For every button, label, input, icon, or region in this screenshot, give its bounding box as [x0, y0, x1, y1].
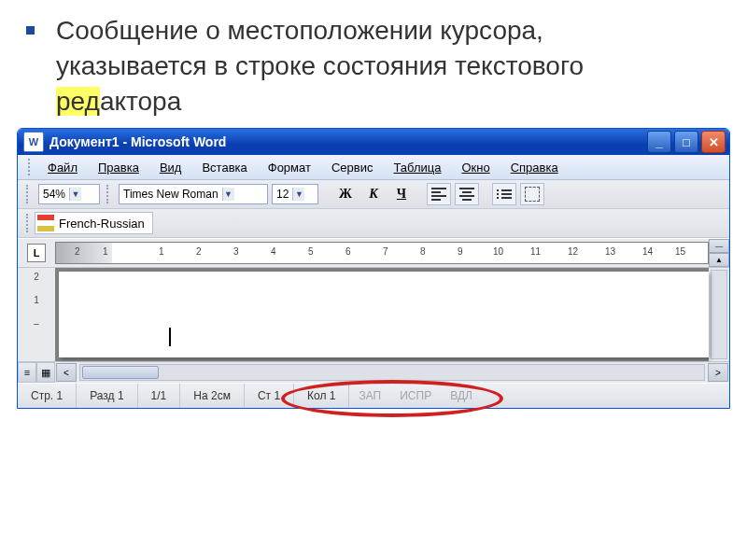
status-page: Стр. 1 [18, 384, 77, 408]
slide-caption: Сообщение о местоположении курсора, указ… [0, 0, 747, 128]
chevron-down-icon[interactable]: ▼ [69, 188, 81, 201]
status-page-count: 1/1 [138, 384, 181, 408]
menu-file[interactable]: Файл [38, 159, 87, 176]
dictionary-label: French-Russian [59, 217, 145, 231]
toolbar-grip[interactable] [26, 185, 32, 203]
menu-format[interactable]: Формат [259, 159, 320, 176]
vertical-scrollbar[interactable] [709, 268, 729, 361]
tab-indicator[interactable]: L [27, 244, 46, 262]
status-ext: ВДЛ [441, 389, 482, 402]
status-bar: Стр. 1 Разд 1 1/1 На 2см Ст 1 Кол 1 ЗАП … [18, 383, 729, 408]
flag-icon [37, 215, 54, 231]
status-section: Разд 1 [77, 384, 137, 408]
vertical-ruler[interactable]: 2 1 – [18, 268, 55, 361]
menu-insert[interactable]: Вставка [192, 159, 256, 176]
menu-view[interactable]: Вид [150, 159, 191, 176]
align-center-button[interactable] [455, 183, 479, 205]
formatting-toolbar: 54% ▼ Times New Roman ▼ 12 ▼ Ж К Ч [18, 180, 729, 209]
horizontal-scroll-row: ≡ ▦ < > [18, 361, 729, 383]
horizontal-ruler[interactable]: 2 1 1 2 3 4 5 6 7 8 9 10 11 12 13 14 15 [55, 242, 709, 264]
caption-line1: Сообщение о местоположении курсора, [56, 16, 543, 45]
bold-button[interactable]: Ж [333, 183, 358, 205]
word-icon: W [23, 132, 44, 152]
scroll-up-button[interactable]: ▲ [709, 253, 729, 267]
caption-line2: указывается в строке состояния текстовог… [56, 51, 584, 80]
window-title: Документ1 - Microsoft Word [49, 134, 647, 149]
word-window: W Документ1 - Microsoft Word _ □ ✕ Файл … [17, 128, 730, 409]
toolbar2-grip[interactable] [26, 214, 32, 232]
view-normal-button[interactable]: ≡ [18, 362, 36, 383]
view-layout-button[interactable]: ▦ [36, 362, 55, 383]
toolbar-grip2[interactable] [106, 185, 112, 203]
underline-button[interactable]: Ч [389, 183, 414, 205]
border-icon [525, 187, 540, 202]
zoom-combo[interactable]: 54% ▼ [38, 184, 100, 204]
document-area: 2 1 – [18, 268, 729, 361]
menubar: Файл Правка Вид Вставка Формат Сервис Та… [18, 155, 729, 180]
horizontal-ruler-row: L 2 1 1 2 3 4 5 6 7 8 9 10 11 12 13 14 1… [18, 238, 729, 268]
bullet-icon [26, 26, 35, 35]
status-column: Кол 1 [294, 384, 349, 408]
menu-table[interactable]: Таблица [384, 159, 450, 176]
font-combo[interactable]: Times New Roman ▼ [119, 184, 268, 204]
status-trk: ИСПР [390, 389, 441, 402]
menubar-grip[interactable] [28, 159, 34, 175]
titlebar[interactable]: W Документ1 - Microsoft Word _ □ ✕ [18, 129, 729, 155]
borders-button[interactable] [520, 183, 544, 205]
status-rec: ЗАП [349, 389, 390, 402]
scroll-thumb[interactable] [82, 366, 159, 379]
scroll-left-button[interactable]: < [56, 363, 77, 382]
split-button[interactable]: — [709, 239, 729, 253]
menu-window[interactable]: Окно [452, 159, 499, 176]
zoom-value: 54% [43, 188, 65, 201]
text-cursor [169, 328, 171, 346]
dictionary-button[interactable]: French-Russian [35, 212, 153, 234]
dictionary-toolbar: French-Russian [18, 209, 729, 238]
document-page[interactable] [59, 272, 709, 357]
maximize-button[interactable]: □ [674, 131, 698, 153]
status-at: На 2см [180, 384, 245, 408]
font-name: Times New Roman [123, 188, 218, 201]
menu-edit[interactable]: Правка [89, 159, 148, 176]
chevron-down-icon[interactable]: ▼ [222, 188, 234, 201]
close-button[interactable]: ✕ [701, 131, 726, 153]
menu-tools[interactable]: Сервис [322, 159, 383, 176]
caption-line3-highlight: ред [56, 87, 100, 116]
scroll-right-button[interactable]: > [708, 363, 728, 382]
font-size-combo[interactable]: 12 ▼ [272, 184, 318, 204]
status-line: Ст 1 [245, 384, 294, 408]
caption-line3-rest: актора [100, 87, 181, 116]
align-left-button[interactable] [427, 183, 451, 205]
chevron-down-icon[interactable]: ▼ [292, 188, 304, 201]
horizontal-scrollbar[interactable] [79, 364, 705, 381]
italic-button[interactable]: К [361, 183, 386, 205]
bullet-list-button[interactable] [492, 183, 516, 205]
font-size: 12 [276, 188, 289, 201]
menu-help[interactable]: Справка [501, 159, 568, 176]
minimize-button[interactable]: _ [647, 131, 671, 153]
